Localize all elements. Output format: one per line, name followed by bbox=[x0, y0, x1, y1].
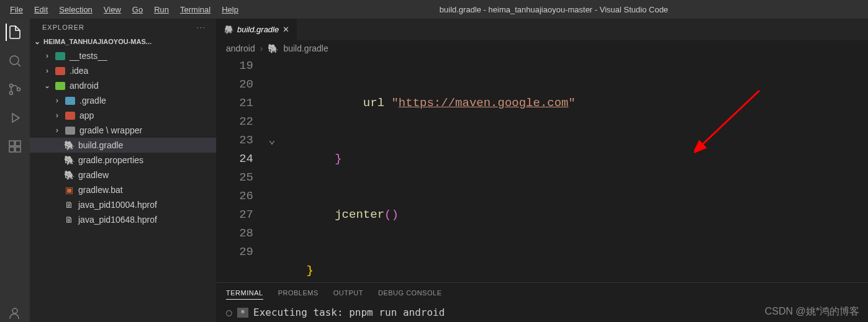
menu-run[interactable]: Run bbox=[149, 2, 174, 17]
tree-file-hprof-2[interactable]: 🗎java_pid10648.hprof bbox=[30, 212, 216, 227]
menu-selection[interactable]: Selection bbox=[54, 2, 97, 17]
task-circle-icon: ○ bbox=[226, 306, 232, 318]
watermark: CSDN @姚*鸿的博客 bbox=[765, 305, 859, 318]
tree-folder-tests[interactable]: ›__tests__ bbox=[30, 48, 216, 63]
file-tree: ›__tests__ ›.idea ⌄android ›.gradle ›app… bbox=[30, 47, 216, 227]
svg-rect-5 bbox=[16, 141, 20, 146]
fold-column: ⌄ bbox=[266, 56, 278, 282]
tree-file-gradlew-bat[interactable]: ▣gradlew.bat bbox=[30, 182, 216, 197]
tree-file-gradle-properties[interactable]: 🐘gradle.properties bbox=[30, 153, 216, 168]
tree-file-build-gradle[interactable]: 🐘build.gradle bbox=[30, 138, 216, 153]
terminal-line: Executing task: pnpm run android bbox=[253, 306, 445, 318]
search-icon[interactable] bbox=[6, 52, 24, 69]
file-icon: 🗎 bbox=[63, 214, 75, 225]
tree-folder-gradle[interactable]: ›.gradle bbox=[30, 93, 216, 108]
activity-bar bbox=[0, 19, 30, 322]
folder-icon bbox=[65, 95, 76, 106]
editor-tabs: 🐘 build.gradle ✕ bbox=[216, 19, 868, 40]
svg-point-2 bbox=[10, 92, 13, 95]
gradle-icon: 🐘 bbox=[63, 140, 75, 151]
breadcrumb[interactable]: android › 🐘 build.gradle bbox=[216, 40, 868, 56]
tree-folder-wrapper[interactable]: ›gradle \ wrapper bbox=[30, 123, 216, 138]
code-editor[interactable]: 19 20 21 22 23 24 25 26 27 28 29 ⌄ url "… bbox=[216, 56, 868, 282]
more-icon[interactable]: ··· bbox=[197, 24, 206, 31]
svg-point-3 bbox=[17, 88, 20, 91]
tree-file-gradlew[interactable]: 🐘gradlew bbox=[30, 168, 216, 182]
menu-terminal[interactable]: Terminal bbox=[175, 2, 215, 17]
tab-problems[interactable]: PROBLEMS bbox=[278, 287, 319, 299]
window-title: build.gradle - heima_tanhuajiaoyou-maste… bbox=[245, 5, 863, 14]
run-debug-icon[interactable] bbox=[6, 109, 24, 127]
file-icon: 🗎 bbox=[63, 199, 75, 210]
tab-terminal[interactable]: TERMINAL bbox=[226, 287, 263, 300]
gradle-icon: 🐘 bbox=[224, 25, 233, 34]
menu-bar: File Edit Selection View Go Run Terminal… bbox=[0, 0, 868, 19]
chevron-right-icon: › bbox=[260, 43, 263, 53]
explorer-title: EXPLORER bbox=[42, 24, 84, 31]
chevron-right-icon: › bbox=[43, 51, 51, 60]
svg-rect-4 bbox=[9, 141, 14, 146]
task-star-icon: * bbox=[237, 308, 248, 318]
tree-file-hprof-1[interactable]: 🗎java_pid10004.hprof bbox=[30, 197, 216, 212]
svg-point-8 bbox=[12, 308, 17, 313]
chevron-right-icon: › bbox=[43, 66, 51, 75]
chevron-right-icon: › bbox=[53, 96, 61, 105]
workspace-section[interactable]: ⌄ HEIMA_TANHUAJIAOYOU-MAS... bbox=[30, 36, 216, 47]
folder-icon bbox=[65, 125, 76, 136]
breadcrumb-segment[interactable]: android bbox=[226, 43, 255, 53]
panel-tabs: TERMINAL PROBLEMS OUTPUT DEBUG CONSOLE bbox=[216, 283, 868, 303]
tree-folder-app[interactable]: ›app bbox=[30, 108, 216, 123]
line-gutter: 19 20 21 22 23 24 25 26 27 28 29 bbox=[216, 56, 266, 282]
svg-point-1 bbox=[10, 84, 13, 87]
svg-rect-6 bbox=[9, 147, 14, 152]
code-content[interactable]: url "https://maven.google.com" } jcenter… bbox=[278, 56, 868, 282]
folder-icon bbox=[55, 65, 66, 76]
explorer-header: EXPLORER ··· bbox=[30, 19, 216, 36]
fold-icon[interactable]: ⌄ bbox=[266, 131, 278, 150]
menu-help[interactable]: Help bbox=[217, 2, 243, 17]
menu-file[interactable]: File bbox=[5, 2, 28, 17]
source-control-icon[interactable] bbox=[6, 81, 24, 98]
gradle-icon: 🐘 bbox=[268, 43, 278, 53]
chevron-down-icon: ⌄ bbox=[34, 37, 41, 46]
tab-debug-console[interactable]: DEBUG CONSOLE bbox=[378, 287, 441, 299]
terminal-icon: ▣ bbox=[63, 184, 75, 195]
menu-edit[interactable]: Edit bbox=[29, 2, 53, 17]
close-icon[interactable]: ✕ bbox=[283, 25, 289, 34]
tab-output[interactable]: OUTPUT bbox=[333, 287, 363, 299]
workspace-label: HEIMA_TANHUAJIAOYOU-MAS... bbox=[43, 38, 151, 45]
folder-icon bbox=[65, 110, 76, 121]
breadcrumb-segment[interactable]: build.gradle bbox=[283, 43, 328, 53]
menu-go[interactable]: Go bbox=[127, 2, 148, 17]
tree-folder-idea[interactable]: ›.idea bbox=[30, 63, 216, 78]
gradle-icon: 🐘 bbox=[63, 169, 75, 181]
menu-view[interactable]: View bbox=[99, 2, 126, 17]
tab-label: build.gradle bbox=[237, 25, 279, 34]
folder-icon bbox=[55, 80, 66, 91]
tree-folder-android[interactable]: ⌄android bbox=[30, 78, 216, 93]
tab-build-gradle[interactable]: 🐘 build.gradle ✕ bbox=[216, 19, 297, 40]
editor-area: 🐘 build.gradle ✕ android › 🐘 build.gradl… bbox=[216, 19, 868, 322]
gradle-icon: 🐘 bbox=[63, 154, 75, 166]
explorer-sidebar: EXPLORER ··· ⌄ HEIMA_TANHUAJIAOYOU-MAS..… bbox=[30, 19, 216, 322]
svg-point-0 bbox=[10, 56, 19, 65]
folder-icon bbox=[55, 50, 66, 61]
chevron-right-icon: › bbox=[53, 111, 61, 120]
chevron-down-icon: ⌄ bbox=[43, 81, 51, 90]
svg-rect-7 bbox=[16, 147, 20, 152]
chevron-right-icon: › bbox=[53, 126, 61, 135]
account-icon[interactable] bbox=[6, 305, 24, 322]
explorer-icon[interactable] bbox=[6, 24, 23, 41]
extensions-icon[interactable] bbox=[6, 138, 24, 155]
